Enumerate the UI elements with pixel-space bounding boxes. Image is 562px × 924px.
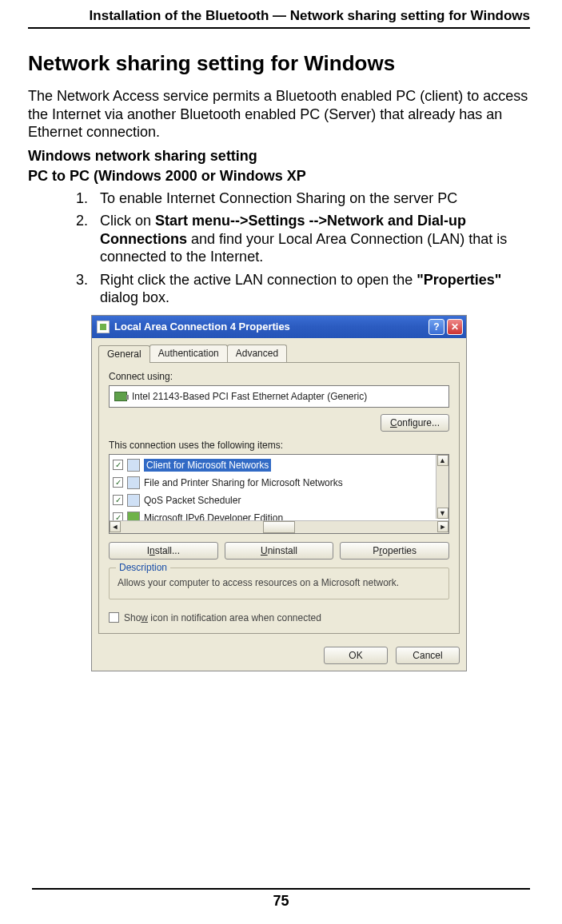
service-icon [127, 494, 140, 507]
list-item[interactable]: ✓ QoS Packet Scheduler [111, 492, 434, 509]
description-title: Description [116, 562, 170, 573]
subheading-2: PC to PC (Windows 2000 or Windows XP [28, 168, 530, 185]
service-icon [127, 476, 140, 489]
checkbox-icon[interactable] [109, 612, 119, 623]
uninstall-button[interactable]: UninstallUninstall [225, 542, 334, 560]
ok-button[interactable]: OK [324, 647, 388, 664]
properties-dialog: Local Area Connection 4 Properties ? ✕ G… [91, 315, 467, 671]
tab-advanced[interactable]: Advanced [227, 345, 287, 362]
tab-general[interactable]: General [98, 345, 150, 363]
connect-using-label: Connect using: [109, 371, 449, 382]
page-number: 75 [32, 888, 530, 910]
checkbox-icon[interactable]: ✓ [113, 460, 123, 470]
scroll-down-icon[interactable]: ▼ [437, 508, 448, 519]
cancel-button[interactable]: Cancel [396, 647, 460, 664]
configure-button[interactable]: CConfigure...onfigure... [381, 414, 449, 432]
page-title: Network sharing setting for Windows [28, 51, 530, 76]
description-group: Description Allows your computer to acce… [109, 568, 449, 599]
install-button[interactable]: Install...Install... [109, 542, 218, 560]
components-list[interactable]: ✓ Client for Microsoft Networks ✓ File a… [109, 454, 449, 534]
window-icon [97, 321, 110, 333]
scroll-up-icon[interactable]: ▲ [437, 455, 448, 466]
adapter-field[interactable]: Intel 21143-Based PCI Fast Ethernet Adap… [109, 385, 449, 408]
nic-icon [114, 392, 127, 401]
window-title: Local Area Connection 4 Properties [114, 321, 428, 333]
step-2: Click on Start menu-->Settings -->Networ… [92, 212, 530, 266]
intro-paragraph: The Network Access service permits a Blu… [28, 87, 530, 141]
vertical-scrollbar[interactable]: ▲ ▼ [436, 455, 448, 519]
tab-panel-general: Connect using: Intel 21143-Based PCI Fas… [98, 362, 460, 634]
titlebar[interactable]: Local Area Connection 4 Properties ? ✕ [92, 316, 466, 338]
scroll-right-icon[interactable]: ► [437, 521, 448, 532]
tab-authentication[interactable]: Authentication [149, 345, 228, 362]
adapter-name: Intel 21143-Based PCI Fast Ethernet Adap… [132, 391, 367, 402]
list-item-label: File and Printer Sharing for Microsoft N… [144, 477, 343, 488]
client-icon [127, 459, 140, 472]
running-header: Installation of the Bluetooth — Network … [28, 8, 530, 29]
show-icon-checkbox[interactable]: Show icon in notification area when conn… [109, 612, 449, 623]
list-item[interactable]: ✓ File and Printer Sharing for Microsoft… [111, 474, 434, 492]
checkbox-icon[interactable]: ✓ [113, 495, 123, 505]
step-3: Right click the active LAN connection to… [92, 271, 530, 307]
scroll-left-icon[interactable]: ◄ [110, 521, 121, 532]
properties-button[interactable]: PropertiesProperties [340, 542, 449, 560]
close-button[interactable]: ✕ [447, 319, 463, 335]
help-button[interactable]: ? [428, 319, 444, 335]
steps-list: To enable Internet Connection Sharing on… [28, 189, 530, 307]
list-item[interactable]: ✓ Client for Microsoft Networks [111, 456, 434, 474]
step-1: To enable Internet Connection Sharing on… [92, 189, 530, 208]
description-text: Allows your computer to access resources… [118, 576, 440, 589]
items-label: This connection uses the following items… [109, 440, 449, 451]
list-item-label: QoS Packet Scheduler [144, 495, 241, 506]
horizontal-scrollbar[interactable]: ◄ ► [110, 520, 448, 533]
scroll-thumb[interactable] [263, 521, 295, 533]
subheading-1: Windows network sharing setting [28, 148, 530, 165]
checkbox-icon[interactable]: ✓ [113, 477, 123, 488]
list-item-label: Client for Microsoft Networks [144, 459, 271, 472]
tab-strip: General Authentication Advanced [92, 338, 466, 362]
